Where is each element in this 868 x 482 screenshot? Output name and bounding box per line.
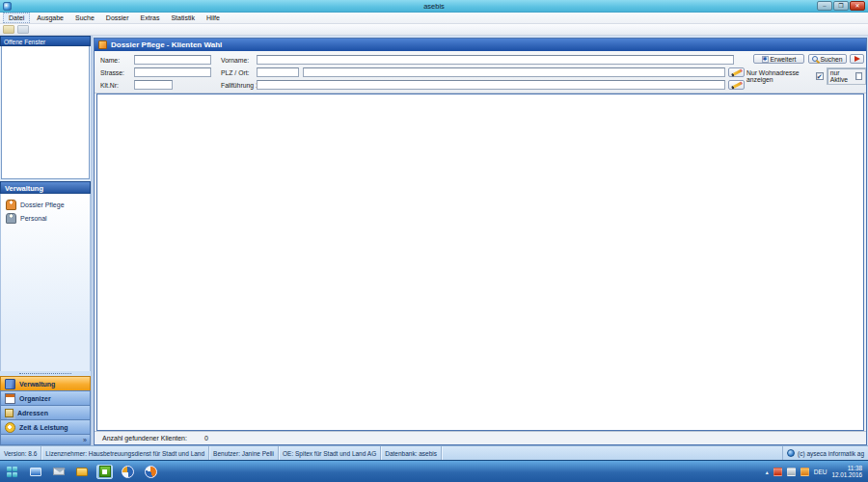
monitor-glyph xyxy=(30,468,41,476)
klt-nr-input[interactable] xyxy=(134,80,173,90)
tray-icon-orange[interactable] xyxy=(800,468,809,476)
main-panel: Dossier Pflege - Klienten Wahl Name: Vor… xyxy=(94,38,867,445)
vorname-input[interactable] xyxy=(257,55,734,65)
titlebar[interactable]: asebis – ❐ ✕ xyxy=(0,0,868,13)
verwaltung-icon xyxy=(5,379,15,389)
nav-button-adressen[interactable]: Adressen xyxy=(0,405,91,419)
app-circle-icon-orange[interactable] xyxy=(143,465,159,479)
ort-lookup-button[interactable] xyxy=(728,67,745,77)
start-grid-icon[interactable] xyxy=(4,465,20,479)
fallfuehrung-label: Fallführung 1: xyxy=(221,82,261,89)
nur-aktive-checkbox[interactable] xyxy=(855,72,862,80)
tray-icon-gray[interactable] xyxy=(787,468,796,476)
page-title: Dossier Pflege - Klienten Wahl xyxy=(111,40,222,49)
organizer-icon xyxy=(5,393,15,404)
asebis-app-glyph xyxy=(99,466,111,477)
toolbar-forward-icon[interactable] xyxy=(17,25,29,34)
tree-item-label: Personal xyxy=(20,215,47,222)
status-copyright: (c) ayseca informatik ag xyxy=(782,446,868,460)
nur-aktive-label: nur Aktive xyxy=(830,69,854,83)
status-version: Version: 8.6 xyxy=(0,446,41,460)
ort-input[interactable] xyxy=(303,67,725,77)
tray-icon-red[interactable] xyxy=(773,468,782,476)
personal-icon xyxy=(6,213,16,224)
clock-date: 12.01.2016 xyxy=(831,471,862,479)
clock-time: 11:38 xyxy=(831,465,862,472)
nur-aktive-group: nur Aktive xyxy=(827,67,866,85)
zeit-leistung-icon xyxy=(5,422,15,433)
menu-dossier[interactable]: Dossier xyxy=(101,13,134,22)
adressen-icon xyxy=(5,409,14,417)
open-windows-list[interactable] xyxy=(1,46,90,179)
app-circle-icon-blue[interactable] xyxy=(120,465,136,479)
nav-button-zeit-leistung[interactable]: Zeit & Leistung xyxy=(0,419,91,434)
sidebar-tree: Dossier Pflege Personal xyxy=(0,194,91,371)
plz-input[interactable] xyxy=(257,67,299,77)
name-label: Name: xyxy=(100,57,120,64)
result-count-bar: Anzahl gefundener Klienten: 0 xyxy=(95,431,866,444)
result-count-value: 0 xyxy=(204,435,208,442)
computer-icon[interactable] xyxy=(27,465,43,479)
menu-datei[interactable]: Datei xyxy=(3,13,30,23)
folder-icon[interactable] xyxy=(73,465,90,479)
exit-icon xyxy=(854,56,860,62)
strasse-input[interactable] xyxy=(134,67,211,77)
name-input[interactable] xyxy=(134,55,211,65)
nav-button-label: Adressen xyxy=(17,410,48,416)
dossier-header-icon xyxy=(98,40,107,49)
dossier-pflege-icon xyxy=(6,200,16,210)
asebis-task-icon[interactable] xyxy=(96,465,113,479)
menubar: Datei Ausgabe Suche Dossier Extras Stati… xyxy=(0,13,868,24)
menu-extras[interactable]: Extras xyxy=(136,13,165,22)
pencil-icon xyxy=(731,68,743,76)
window-controls: – ❐ ✕ xyxy=(817,1,865,11)
suchen-button[interactable]: Suchen xyxy=(808,54,847,64)
wohnadresse-checkbox[interactable]: ✔ xyxy=(816,72,824,80)
mail-icon[interactable] xyxy=(50,465,67,479)
toolbar xyxy=(0,24,868,36)
plz-ort-label: PLZ / Ort: xyxy=(221,69,249,76)
fallfuehrung-lookup-button[interactable] xyxy=(728,80,745,90)
toolbar-back-icon[interactable] xyxy=(3,25,14,34)
status-benutzer: Benutzer: Janine Pelli xyxy=(209,446,279,460)
search-icon xyxy=(812,56,818,62)
erweitert-label: Erweitert xyxy=(771,56,797,63)
fallfuehrung-input[interactable] xyxy=(257,80,725,90)
open-windows-header: Offene Fenster xyxy=(0,36,91,46)
close-button[interactable]: ✕ xyxy=(850,1,865,11)
tray-expand-icon[interactable]: ▴ xyxy=(766,469,769,475)
tree-item-label: Dossier Pflege xyxy=(20,201,65,208)
pencil-icon xyxy=(731,81,743,89)
status-oe: OE: Spitex für Stadt und Land AG xyxy=(279,446,381,460)
erweitert-button[interactable]: ✱ Erweitert xyxy=(753,54,804,64)
sidebar-item-dossier-pflege[interactable]: Dossier Pflege xyxy=(1,198,90,211)
client-search-form: Name: Vorname: Strasse: PLZ / Ort: Klt.N… xyxy=(95,51,866,94)
menu-hilfe[interactable]: Hilfe xyxy=(202,13,225,22)
klt-nr-label: Klt.Nr: xyxy=(100,82,119,89)
language-indicator[interactable]: DEU xyxy=(814,469,827,475)
maximize-button[interactable]: ❐ xyxy=(833,1,849,11)
menu-suche[interactable]: Suche xyxy=(70,13,99,22)
client-results-area[interactable] xyxy=(96,94,864,431)
sidebar: Offene Fenster Verwaltung Dossier Pflege… xyxy=(0,36,93,445)
app-logo-icon xyxy=(3,2,12,11)
status-lizenznehmer: Lizenznehmer: Hausbetreuungsdienst für S… xyxy=(41,446,209,460)
statusbar: Version: 8.6 Lizenznehmer: Hausbetreuung… xyxy=(0,445,868,460)
nav-button-label: Verwaltung xyxy=(19,381,55,388)
filter-checkbox-row: Nur Wohnadresse anzeigen ✔ nur Aktive xyxy=(746,67,866,85)
sidebar-overflow-strip: » xyxy=(0,434,91,445)
sidebar-item-personal[interactable]: Personal xyxy=(1,211,90,225)
wohnadresse-label: Nur Wohnadresse anzeigen xyxy=(746,69,813,83)
clock[interactable]: 11:38 12.01.2016 xyxy=(831,465,864,479)
chevron-double-right-icon[interactable]: » xyxy=(83,437,87,443)
nav-button-organizer[interactable]: Organizer xyxy=(0,390,91,405)
menu-ausgabe[interactable]: Ausgabe xyxy=(32,13,68,22)
grid-glyph xyxy=(7,467,17,477)
menu-statistik[interactable]: Statistik xyxy=(166,13,200,22)
exit-button[interactable] xyxy=(850,54,864,64)
globe-icon xyxy=(787,449,795,457)
minimize-button[interactable]: – xyxy=(817,1,832,11)
nav-button-verwaltung[interactable]: Verwaltung xyxy=(0,376,91,390)
sidebar-splitter[interactable] xyxy=(19,373,71,378)
nav-button-label: Zeit & Leistung xyxy=(19,424,68,431)
